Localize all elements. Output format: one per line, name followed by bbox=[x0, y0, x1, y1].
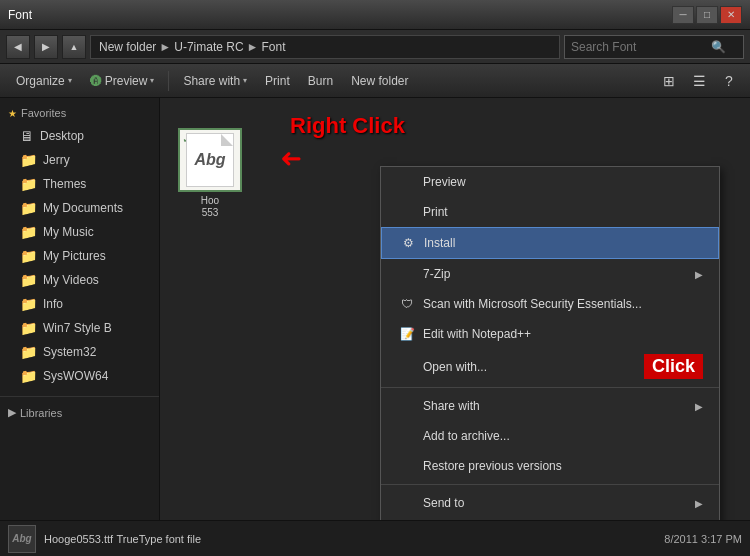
ctx-7zip-icon bbox=[397, 264, 417, 284]
ctx-preview[interactable]: Preview bbox=[381, 167, 719, 197]
title-bar: Font ─ □ ✕ bbox=[0, 0, 750, 30]
print-button[interactable]: Print bbox=[257, 68, 298, 94]
share-with-button[interactable]: Share with ▾ bbox=[175, 68, 255, 94]
sidebar-item-win7[interactable]: 📁 Win7 Style B bbox=[0, 316, 159, 340]
status-filetype: TrueType font file bbox=[116, 533, 201, 545]
sidebar-divider bbox=[0, 396, 159, 397]
preview-button[interactable]: 🅐 Preview ▾ bbox=[82, 68, 163, 94]
context-menu: Preview Print ⚙ Install 7-Zip bbox=[380, 166, 720, 520]
sidebar-item-system32[interactable]: 📁 System32 bbox=[0, 340, 159, 364]
view-list-button[interactable]: ☰ bbox=[686, 68, 712, 94]
ctx-add-archive-label: Add to archive... bbox=[423, 429, 510, 443]
preview-icon: 🅐 bbox=[90, 74, 102, 88]
right-click-arrow: ➜ bbox=[280, 143, 302, 174]
ctx-add-archive-icon bbox=[397, 426, 417, 446]
back-button[interactable]: ◀ bbox=[6, 35, 30, 59]
sidebar: ★ Favorites 🖥 Desktop 📁 Jerry 📁 Themes 📁… bbox=[0, 98, 160, 520]
libraries-arrow: ▶ bbox=[8, 406, 16, 419]
address-path[interactable]: New folder ► U-7imate RC ► Font bbox=[90, 35, 560, 59]
title-bar-controls: ─ □ ✕ bbox=[672, 6, 742, 24]
toolbar-separator bbox=[168, 71, 169, 91]
sidebar-item-my-videos[interactable]: 📁 My Videos bbox=[0, 268, 159, 292]
jerry-folder-icon: 📁 bbox=[20, 152, 37, 168]
ctx-send-arrow: ▶ bbox=[695, 498, 703, 509]
ctx-copy-to[interactable]: Copy To folder... bbox=[381, 518, 719, 520]
sidebar-item-syswow64[interactable]: 📁 SysWOW64 bbox=[0, 364, 159, 388]
ctx-share-with[interactable]: Share with ▶ bbox=[381, 391, 719, 421]
sidebar-item-label: My Pictures bbox=[43, 249, 106, 263]
favorites-label: Favorites bbox=[21, 107, 66, 119]
ctx-send-to-label: Send to bbox=[423, 496, 464, 510]
toolbar: Organize ▾ 🅐 Preview ▾ Share with ▾ Prin… bbox=[0, 64, 750, 98]
sidebar-item-label: My Music bbox=[43, 225, 94, 239]
sidebar-item-jerry[interactable]: 📁 Jerry bbox=[0, 148, 159, 172]
ctx-edit[interactable]: 📝 Edit with Notepad++ bbox=[381, 319, 719, 349]
ctx-restore-icon bbox=[397, 456, 417, 476]
themes-folder-icon: 📁 bbox=[20, 176, 37, 192]
status-file-icon: Abg bbox=[8, 525, 36, 553]
my-pictures-icon: 📁 bbox=[20, 248, 37, 264]
ctx-install-icon: ⚙ bbox=[398, 233, 418, 253]
help-button[interactable]: ? bbox=[716, 68, 742, 94]
sidebar-item-my-documents[interactable]: 📁 My Documents bbox=[0, 196, 159, 220]
search-box[interactable]: 🔍 bbox=[564, 35, 744, 59]
ctx-scan[interactable]: 🛡 Scan with Microsoft Security Essential… bbox=[381, 289, 719, 319]
ctx-print[interactable]: Print bbox=[381, 197, 719, 227]
new-folder-label: New folder bbox=[351, 74, 408, 88]
sidebar-item-themes[interactable]: 📁 Themes bbox=[0, 172, 159, 196]
organize-button[interactable]: Organize ▾ bbox=[8, 68, 80, 94]
my-music-icon: 📁 bbox=[20, 224, 37, 240]
sidebar-item-label: SysWOW64 bbox=[43, 369, 108, 383]
new-folder-button[interactable]: New folder bbox=[343, 68, 416, 94]
ctx-open-with[interactable]: Open with... Click bbox=[381, 349, 719, 384]
favorites-header[interactable]: ★ Favorites bbox=[0, 102, 159, 124]
sidebar-item-my-music[interactable]: 📁 My Music bbox=[0, 220, 159, 244]
address-bar: ◀ ▶ ▲ New folder ► U-7imate RC ► Font 🔍 bbox=[0, 30, 750, 64]
close-button[interactable]: ✕ bbox=[720, 6, 742, 24]
ctx-open-with-icon bbox=[397, 357, 417, 377]
ctx-separator-2 bbox=[381, 484, 719, 485]
ctx-install-label: Install bbox=[424, 236, 455, 250]
sidebar-item-label: Desktop bbox=[40, 129, 84, 143]
path-part: New folder bbox=[99, 40, 156, 54]
ctx-share-arrow: ▶ bbox=[695, 401, 703, 412]
right-click-annotation: Right Click ➜ bbox=[260, 108, 405, 174]
burn-button[interactable]: Burn bbox=[300, 68, 341, 94]
up-button[interactable]: ▲ bbox=[62, 35, 86, 59]
sidebar-item-desktop[interactable]: 🖥 Desktop bbox=[0, 124, 159, 148]
sidebar-item-my-pictures[interactable]: 📁 My Pictures bbox=[0, 244, 159, 268]
ctx-print-icon bbox=[397, 202, 417, 222]
view-grid-button[interactable]: ⊞ bbox=[656, 68, 682, 94]
ctx-7zip[interactable]: 7-Zip ▶ bbox=[381, 259, 719, 289]
status-date: 8/2011 3:17 PM bbox=[664, 533, 742, 545]
ctx-edit-label: Edit with Notepad++ bbox=[423, 327, 531, 341]
ctx-send-to[interactable]: Send to ▶ bbox=[381, 488, 719, 518]
ctx-share-with-icon bbox=[397, 396, 417, 416]
search-input[interactable] bbox=[571, 40, 711, 54]
libraries-header[interactable]: ▶ Libraries bbox=[0, 401, 159, 424]
file-icon-inner: Abg bbox=[186, 133, 234, 187]
file-icon-wrapper: ✓ Abg bbox=[178, 128, 242, 192]
help-icon: ? bbox=[725, 73, 733, 89]
sidebar-item-label: Info bbox=[43, 297, 63, 311]
forward-button[interactable]: ▶ bbox=[34, 35, 58, 59]
maximize-button[interactable]: □ bbox=[696, 6, 718, 24]
system32-icon: 📁 bbox=[20, 344, 37, 360]
sidebar-item-info[interactable]: 📁 Info bbox=[0, 292, 159, 316]
ctx-preview-icon bbox=[397, 172, 417, 192]
minimize-button[interactable]: ─ bbox=[672, 6, 694, 24]
ctx-install[interactable]: ⚙ Install bbox=[381, 227, 719, 259]
ctx-print-label: Print bbox=[423, 205, 448, 219]
search-icon: 🔍 bbox=[711, 40, 726, 54]
right-click-label: Right Click bbox=[290, 113, 405, 139]
path-arrow: ► bbox=[159, 40, 171, 54]
ctx-restore[interactable]: Restore previous versions bbox=[381, 451, 719, 481]
burn-label: Burn bbox=[308, 74, 333, 88]
file-area: Right Click ➜ ✓ Abg Hoo553 Preview bbox=[160, 98, 750, 520]
share-with-arrow: ▾ bbox=[243, 76, 247, 85]
ctx-preview-label: Preview bbox=[423, 175, 466, 189]
ctx-add-archive[interactable]: Add to archive... bbox=[381, 421, 719, 451]
file-item[interactable]: ✓ Abg Hoo553 bbox=[170, 128, 250, 219]
print-label: Print bbox=[265, 74, 290, 88]
ctx-edit-icon: 📝 bbox=[397, 324, 417, 344]
